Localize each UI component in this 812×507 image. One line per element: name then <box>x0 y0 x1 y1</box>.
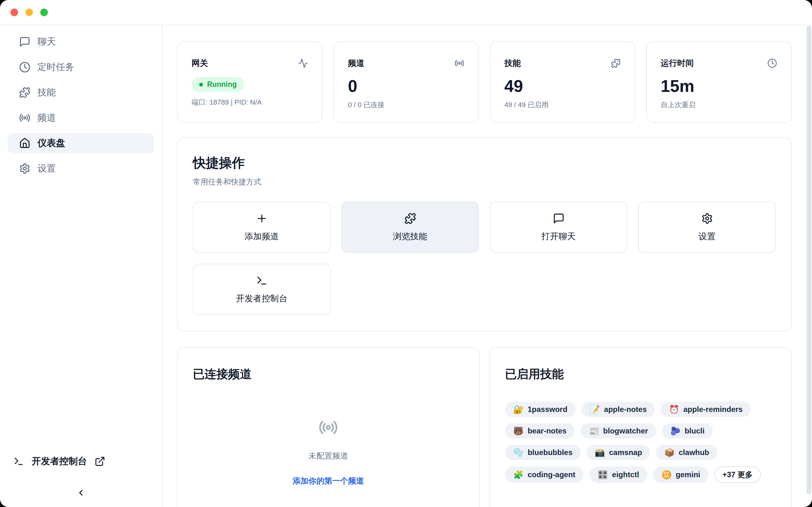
sidebar-item-channels[interactable]: 频道 <box>8 108 154 128</box>
skill-name: clawhub <box>679 448 709 457</box>
quick-action-add-channel[interactable]: 添加频道 <box>193 202 331 253</box>
skill-badge-eightctl[interactable]: 🎛️eightctl <box>589 466 647 483</box>
chat-icon <box>553 213 565 224</box>
bottom-row: 已连接频道 未配置频道 添加你的第一个频道 已启用技能 🔐1password📝a… <box>177 347 792 507</box>
skill-badge-apple-notes[interactable]: 📝apple-notes <box>581 402 655 417</box>
quick-action-label: 浏览技能 <box>393 231 427 242</box>
quick-action-dev-console[interactable]: 开发者控制台 <box>193 264 331 315</box>
skill-badge-bear-notes[interactable]: 🐻bear-notes <box>505 424 575 439</box>
radio-icon <box>318 418 338 437</box>
channels-empty-text: 未配置频道 <box>309 451 348 461</box>
chat-icon <box>19 36 31 48</box>
puzzle-icon <box>611 58 621 68</box>
channels-empty-state: 未配置频道 添加你的第一个频道 <box>193 418 464 486</box>
skill-badge-camsnap[interactable]: 📸camsnap <box>587 445 651 460</box>
skill-name: coding-agent <box>527 470 575 479</box>
stat-detail: 自上次重启 <box>661 100 777 110</box>
quick-action-browse-skills[interactable]: 浏览技能 <box>341 202 479 253</box>
radio-icon <box>455 58 464 68</box>
skill-badge-blogwatcher[interactable]: 📰blogwatcher <box>580 424 656 439</box>
skill-emoji: 📸 <box>595 448 605 457</box>
sidebar-nav: 聊天定时任务技能频道仪表盘设置 <box>8 32 154 179</box>
gear-icon <box>701 213 713 224</box>
skill-name: gemini <box>676 470 700 479</box>
app-window: 聊天定时任务技能频道仪表盘设置 开发者控制台 网关Running端口: 1878… <box>0 0 812 507</box>
stat-card-title: 频道 <box>348 58 364 69</box>
stat-card-title: 技能 <box>504 58 521 69</box>
terminal-icon <box>13 456 24 467</box>
close-button[interactable] <box>10 9 18 16</box>
quick-action-label: 打开聊天 <box>542 231 576 242</box>
skill-emoji: 📰 <box>589 427 599 435</box>
clock-icon <box>767 58 777 68</box>
skill-name: 1password <box>527 405 567 414</box>
clock-icon <box>19 61 31 73</box>
activity-icon <box>298 58 308 68</box>
add-first-channel-link[interactable]: 添加你的第一个频道 <box>293 475 364 486</box>
skills-more-label: +37 更多 <box>722 469 753 480</box>
sidebar-item-dashboard[interactable]: 仪表盘 <box>8 133 154 153</box>
main-content: 网关Running端口: 18789 | PID: N/A频道00 / 0 已连… <box>162 25 812 507</box>
scrollbar-thumb[interactable] <box>807 26 811 494</box>
stat-value: 49 <box>504 78 621 95</box>
sidebar-item-label: 聊天 <box>38 36 56 48</box>
puzzle-icon <box>19 87 31 98</box>
sidebar-item-chat[interactable]: 聊天 <box>8 32 154 52</box>
quick-action-open-chat[interactable]: 打开聊天 <box>490 202 627 253</box>
skill-badge-gemini[interactable]: ♊️gemini <box>653 466 709 483</box>
connected-channels-title: 已连接频道 <box>193 366 464 382</box>
sidebar-item-settings[interactable]: 设置 <box>8 158 154 179</box>
skill-name: bear-notes <box>527 427 566 435</box>
skill-badge-apple-reminders[interactable]: ⏰apple-reminders <box>661 402 751 417</box>
gear-icon <box>19 163 31 174</box>
skill-emoji: 📝 <box>590 405 600 413</box>
stats-row: 网关Running端口: 18789 | PID: N/A频道00 / 0 已连… <box>177 41 792 123</box>
minimize-button[interactable] <box>26 9 33 16</box>
skill-emoji: 🧩 <box>513 470 523 479</box>
skill-name: blucli <box>684 427 705 435</box>
skill-emoji: 🫧 <box>513 448 523 457</box>
sidebar-item-label: 定时任务 <box>38 61 74 73</box>
skill-badge-clawhub[interactable]: 📦clawhub <box>656 445 717 460</box>
zoom-button[interactable] <box>40 9 48 16</box>
skill-badge-bluebubbles[interactable]: 🫧bluebubbles <box>505 445 581 460</box>
skill-name: blogwatcher <box>603 427 648 435</box>
app-body: 聊天定时任务技能频道仪表盘设置 开发者控制台 网关Running端口: 1878… <box>0 25 812 507</box>
sidebar-item-label: 设置 <box>38 162 56 175</box>
stat-value: 15m <box>661 78 777 95</box>
skill-name: bluebubbles <box>527 448 572 457</box>
sidebar: 聊天定时任务技能频道仪表盘设置 开发者控制台 <box>0 25 162 507</box>
sidebar-item-label: 仪表盘 <box>38 137 65 150</box>
skill-badge-coding-agent[interactable]: 🧩coding-agent <box>505 466 583 483</box>
sidebar-collapse-button[interactable] <box>8 488 154 498</box>
skill-emoji: 🎛️ <box>598 470 608 479</box>
stat-card-skills: 技能4949 / 49 已启用 <box>490 41 635 123</box>
skill-emoji: 🫐 <box>670 427 680 435</box>
stat-card-uptime: 运行时间15m自上次重启 <box>646 41 792 123</box>
external-link-icon[interactable] <box>95 456 105 467</box>
sidebar-dev-console[interactable]: 开发者控制台 <box>8 455 154 468</box>
sidebar-item-cron[interactable]: 定时任务 <box>8 57 154 77</box>
skill-name: eightctl <box>612 470 639 479</box>
skills-more-button[interactable]: +37 更多 <box>714 466 761 483</box>
traffic-lights <box>10 9 48 16</box>
gateway-status-badge: Running <box>192 77 244 92</box>
quick-action-settings[interactable]: 设置 <box>638 202 776 253</box>
stat-detail: 0 / 0 已连接 <box>348 100 464 110</box>
enabled-skills-title: 已启用技能 <box>505 366 776 382</box>
skill-badge-1password[interactable]: 🔐1password <box>505 402 576 417</box>
stat-card-gateway: 网关Running端口: 18789 | PID: N/A <box>177 41 322 123</box>
quick-action-label: 添加频道 <box>245 231 279 242</box>
skill-badge-blucli[interactable]: 🫐blucli <box>662 424 713 439</box>
plus-icon <box>256 213 268 224</box>
titlebar <box>0 0 812 25</box>
quick-actions-title: 快捷操作 <box>193 154 776 172</box>
quick-actions-grid: 添加频道浏览技能打开聊天设置开发者控制台 <box>193 202 776 315</box>
connected-channels-card: 已连接频道 未配置频道 添加你的第一个频道 <box>177 347 479 507</box>
sidebar-item-label: 技能 <box>38 86 56 99</box>
skill-emoji: 🐻 <box>513 427 523 435</box>
quick-action-label: 开发者控制台 <box>236 293 287 304</box>
sidebar-item-skills[interactable]: 技能 <box>8 82 154 103</box>
sidebar-item-label: 频道 <box>38 112 56 124</box>
skills-badge-list: 🔐1password📝apple-notes⏰apple-reminders🐻b… <box>505 402 776 483</box>
